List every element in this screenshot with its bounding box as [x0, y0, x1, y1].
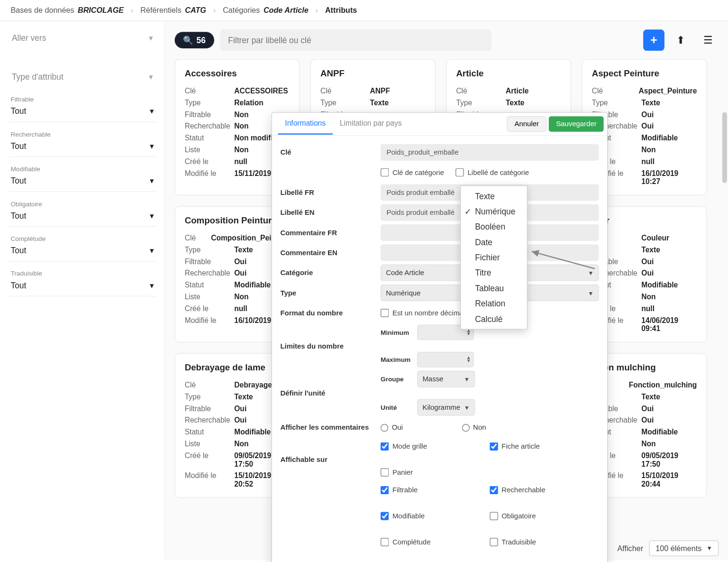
dropdown-item[interactable]: Booléen	[461, 219, 527, 234]
showcom-no-radio[interactable]: Non	[462, 424, 486, 432]
filter-select[interactable]: Tout▾	[8, 277, 156, 296]
flag-checkbox[interactable]: Filtrable	[381, 483, 478, 497]
filter-select[interactable]: Tout▾	[8, 138, 156, 157]
caret-down-icon: ▼	[588, 290, 593, 296]
prop-value: Oui	[641, 269, 697, 277]
filter-select[interactable]: Tout▾	[8, 103, 156, 122]
fiche-article-checkbox[interactable]: Fiche article	[490, 439, 587, 453]
decimal-checkbox[interactable]: Est un nombre décimal	[381, 309, 465, 317]
prop-key: Clé	[456, 87, 506, 95]
scrollbar-thumb[interactable]	[722, 112, 727, 183]
dropdown-item[interactable]: Fichier	[461, 250, 527, 265]
breadcrumb-seg: Bases de données BRICOLAGE	[10, 6, 124, 15]
cle-input[interactable]	[381, 144, 599, 161]
prop-key: Recherchable	[185, 416, 235, 424]
prop-key: Clé	[185, 234, 211, 242]
category-key-checkbox[interactable]: Clé de catégorie	[381, 168, 444, 176]
flag-checkbox[interactable]: Traduisible	[490, 535, 587, 549]
label-affichable: Affichable sur	[280, 455, 381, 463]
prop-value: Texte	[641, 246, 697, 254]
caret-down-icon: ▾	[149, 33, 153, 43]
mode-grille-checkbox[interactable]: Mode grille	[381, 439, 478, 453]
dropdown-item[interactable]: Relation	[461, 296, 527, 311]
prop-value: Modifiable	[641, 428, 697, 436]
tab-country-limit[interactable]: Limitation par pays	[333, 113, 409, 135]
prop-key: Type	[185, 246, 235, 254]
category-label-checkbox[interactable]: Libellé de catégorie	[456, 168, 529, 176]
prop-value: ANPF	[370, 87, 426, 95]
footer-label: Afficher	[618, 544, 644, 553]
prop-key: Clé	[320, 87, 370, 95]
label-unit: Définir l'unité	[280, 389, 381, 397]
prop-key: Modifié le	[185, 472, 235, 488]
caret-down-icon: ▾	[150, 280, 154, 290]
cancel-button[interactable]: Annuler	[507, 116, 546, 131]
flag-checkbox[interactable]: Obligatoire	[490, 509, 587, 523]
prop-key: Type	[320, 99, 370, 107]
dropdown-item[interactable]: Numérique	[461, 204, 527, 219]
card-title: Aspect Peinture	[592, 68, 697, 78]
prop-key: Clé	[185, 87, 235, 95]
chevron-right-icon: ›	[316, 6, 318, 15]
prop-value: 09/05/2019 17:50	[641, 451, 697, 468]
prop-key: Recherchable	[185, 122, 235, 130]
prop-value: Oui	[641, 111, 697, 119]
group-select[interactable]: Masse▼	[417, 371, 475, 387]
breadcrumb-seg: Référentiels CATG	[140, 6, 206, 15]
label-showcom: Afficher les commentaires	[280, 424, 381, 432]
prop-key: Liste	[185, 146, 235, 154]
prop-key: Créé le	[185, 451, 235, 468]
attrtype-select[interactable]: Type d'attribut▾	[8, 66, 156, 87]
panier-checkbox[interactable]: Panier	[381, 465, 478, 479]
flag-checkbox[interactable]: Complétude	[381, 535, 478, 549]
label-min: Minimum	[381, 329, 414, 336]
prop-value: Texte	[370, 99, 426, 107]
prop-value: Texte	[506, 99, 561, 107]
label-max: Maximum	[381, 356, 414, 363]
card-title: Article	[456, 68, 561, 78]
label-comfr: Commentaire FR	[280, 229, 381, 237]
showcom-yes-radio[interactable]: Oui	[381, 424, 403, 432]
filter-select[interactable]: Tout▾	[8, 242, 156, 261]
filter-select[interactable]: Tout▾	[8, 173, 156, 192]
dropdown-item[interactable]: Titre	[461, 265, 527, 280]
prop-key: Type	[185, 393, 235, 401]
add-button[interactable]: +	[643, 29, 664, 51]
page-size-select[interactable]: 100 éléments▼	[649, 540, 719, 556]
breadcrumb-current: Attributs	[325, 6, 357, 15]
prop-value: Couleur	[641, 234, 697, 242]
flag-checkbox[interactable]: Modifiable	[381, 509, 478, 523]
dropdown-item[interactable]: Date	[461, 234, 527, 249]
prop-value: Oui	[641, 258, 697, 266]
dropdown-item[interactable]: Tableau	[461, 280, 527, 295]
tab-informations[interactable]: Informations	[278, 113, 333, 135]
flag-checkbox[interactable]: Recherchable	[490, 483, 587, 497]
prop-key: Recherchable	[185, 269, 235, 277]
list-icon: ☰	[703, 34, 713, 46]
goto-select[interactable]: Aller vers▾	[8, 27, 156, 48]
prop-value: Non	[641, 146, 697, 154]
filter-select[interactable]: Tout▾	[8, 207, 156, 227]
label-group: Groupe	[381, 376, 414, 383]
prop-value: Oui	[641, 416, 697, 424]
prop-value: Non	[641, 440, 697, 448]
type-dropdown[interactable]: TexteNumériqueBooléenDateFichierTitreTab…	[460, 185, 528, 330]
save-button[interactable]: Sauvegarder	[549, 116, 603, 131]
upload-button[interactable]: ⬆	[670, 29, 692, 51]
caret-down-icon: ▼	[706, 545, 712, 552]
max-stepper[interactable]: ▲▼	[417, 352, 474, 367]
chevron-right-icon: ›	[213, 6, 216, 15]
prop-value: Modifiable	[641, 281, 697, 289]
label-libfr: Libellé FR	[280, 188, 381, 196]
count-pill[interactable]: 🔍56	[175, 32, 214, 48]
unite-select[interactable]: Kilogramme▼	[417, 399, 475, 416]
card-title: ANPF	[320, 68, 426, 78]
dropdown-item[interactable]: Texte	[461, 188, 527, 203]
dropdown-item[interactable]: Calculé	[461, 311, 527, 326]
prop-key: Clé	[185, 381, 235, 389]
label-limits: Limites du nombre	[280, 342, 381, 350]
prop-value: Non	[641, 293, 697, 301]
list-view-button[interactable]: ☰	[698, 29, 719, 51]
prop-key: Statut	[185, 134, 235, 142]
search-input[interactable]	[220, 29, 491, 51]
